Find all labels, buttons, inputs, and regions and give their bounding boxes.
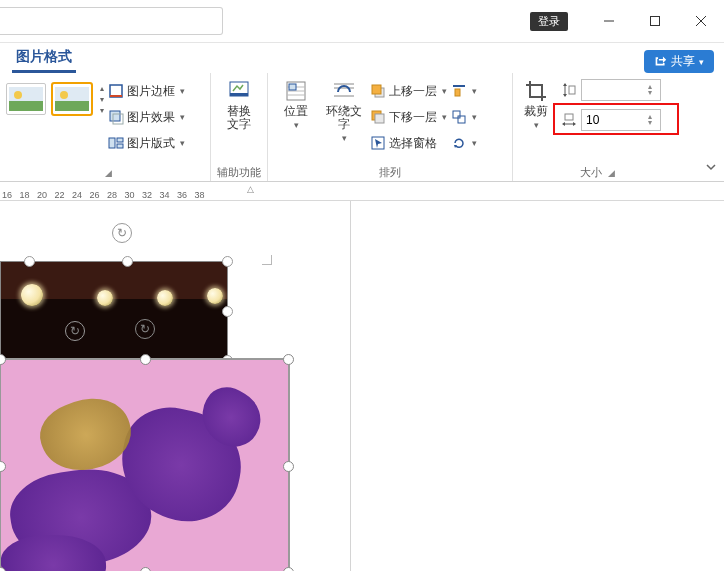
ribbon-tabs: 图片格式 共享 ▾ <box>0 43 724 73</box>
style-gallery-down[interactable]: ▾ <box>100 95 104 104</box>
svg-marker-39 <box>563 83 567 86</box>
svg-rect-23 <box>289 84 296 90</box>
selection-pane-button[interactable]: 选择窗格 <box>370 131 447 155</box>
search-box[interactable] <box>0 7 223 35</box>
svg-rect-35 <box>453 111 460 118</box>
dialog-launcher-icon[interactable]: ◢ <box>105 168 112 178</box>
rotate-icon <box>451 135 467 151</box>
resize-handle[interactable] <box>122 256 133 267</box>
alt-text-icon <box>227 79 251 103</box>
resize-handle[interactable] <box>24 256 35 267</box>
image-1[interactable] <box>0 261 228 361</box>
ruler-marker-icon[interactable]: △ <box>247 184 265 194</box>
svg-rect-15 <box>117 138 123 142</box>
collapse-ribbon-button[interactable] <box>704 160 718 177</box>
close-button[interactable] <box>678 0 724 42</box>
chevron-down-icon: ▾ <box>442 112 447 122</box>
height-input[interactable]: ▴▾ <box>581 79 661 101</box>
svg-marker-40 <box>563 94 567 97</box>
resize-handle[interactable] <box>283 354 294 365</box>
svg-rect-5 <box>9 101 43 111</box>
picture-border-icon <box>108 83 124 99</box>
rotate-button[interactable]: ▾ <box>451 131 477 155</box>
group-label-arrange: 排列 <box>268 163 512 181</box>
group-size: 裁剪 ▾ ▴▾ ▴▾ <box>513 73 681 181</box>
svg-rect-45 <box>565 114 573 120</box>
position-button[interactable]: 位置 ▾ <box>274 77 318 130</box>
selection-border <box>0 358 290 571</box>
resize-handle[interactable] <box>140 354 151 365</box>
group-picture-styles: ▴ ▾ ▾ 图片边框 ▾ 图片效果 ▾ 图片版式 <box>0 73 211 181</box>
chevron-down-icon: ▾ <box>294 120 299 130</box>
bring-forward-button[interactable]: 上移一层 ▾ <box>370 79 447 103</box>
page-margin <box>350 201 351 571</box>
dialog-launcher-icon[interactable]: ◢ <box>608 168 615 178</box>
crop-mark <box>258 251 272 265</box>
resize-handle[interactable] <box>222 256 233 267</box>
svg-rect-36 <box>458 116 465 123</box>
style-gallery-more[interactable]: ▾ <box>100 106 104 115</box>
share-button[interactable]: 共享 ▾ <box>644 50 714 73</box>
rotate-handle-inner[interactable] <box>65 321 85 341</box>
svg-rect-41 <box>569 86 575 94</box>
minimize-button[interactable] <box>586 0 632 42</box>
picture-layout-icon <box>108 135 124 151</box>
svg-point-9 <box>60 91 68 99</box>
chevron-down-icon: ▾ <box>699 57 704 67</box>
svg-marker-44 <box>573 122 576 126</box>
selection-pane-icon <box>370 135 386 151</box>
resize-handle[interactable] <box>283 461 294 472</box>
width-field[interactable] <box>586 113 656 127</box>
rotate-handle[interactable] <box>135 319 155 339</box>
alt-text-button[interactable]: 替换文字 <box>217 77 261 131</box>
chevron-down-icon: ▾ <box>342 133 347 143</box>
resize-handle[interactable] <box>140 567 151 571</box>
height-icon <box>561 82 577 98</box>
group-accessibility: 替换文字 辅助功能 <box>211 73 268 181</box>
group-objects-button[interactable]: ▾ <box>451 105 477 129</box>
rotate-handle[interactable] <box>112 223 132 243</box>
chevron-down-icon: ▾ <box>180 112 185 122</box>
picture-border-label: 图片边框 <box>127 83 175 100</box>
svg-rect-34 <box>455 89 460 96</box>
svg-rect-16 <box>117 144 123 148</box>
horizontal-ruler[interactable]: 16 18 20 22 24 26 28 30 32 34 36 38 △ <box>0 182 724 201</box>
height-field[interactable] <box>586 83 656 97</box>
picture-effects-button[interactable]: 图片效果 ▾ <box>108 105 185 129</box>
tab-picture-format[interactable]: 图片格式 <box>12 44 76 73</box>
svg-marker-32 <box>375 139 382 148</box>
picture-effects-label: 图片效果 <box>127 109 175 126</box>
svg-point-6 <box>14 91 22 99</box>
bring-forward-icon <box>370 83 386 99</box>
picture-layout-label: 图片版式 <box>127 135 175 152</box>
svg-rect-8 <box>55 101 89 111</box>
svg-rect-28 <box>372 85 381 94</box>
svg-rect-11 <box>110 95 122 97</box>
width-input[interactable]: ▴▾ <box>581 109 661 131</box>
image-1-content <box>0 261 228 361</box>
svg-rect-18 <box>230 93 248 96</box>
chevron-down-icon: ▾ <box>472 112 477 122</box>
title-bar: 登录 <box>0 0 724 43</box>
position-icon <box>284 79 308 103</box>
style-thumb-2[interactable] <box>52 83 92 115</box>
svg-rect-30 <box>375 114 384 123</box>
document-canvas[interactable] <box>0 201 724 571</box>
picture-layout-button[interactable]: 图片版式 ▾ <box>108 131 185 155</box>
crop-icon <box>524 79 548 103</box>
image-2-selected[interactable] <box>0 359 289 571</box>
style-gallery-up[interactable]: ▴ <box>100 84 104 93</box>
maximize-button[interactable] <box>632 0 678 42</box>
send-backward-button[interactable]: 下移一层 ▾ <box>370 105 447 129</box>
crop-button[interactable]: 裁剪 ▾ <box>519 77 553 130</box>
resize-handle[interactable] <box>222 306 233 317</box>
resize-handle[interactable] <box>283 567 294 571</box>
picture-border-button[interactable]: 图片边框 ▾ <box>108 79 185 103</box>
wrap-text-icon <box>332 79 356 103</box>
style-thumb-1[interactable] <box>6 83 46 115</box>
wrap-text-button[interactable]: 环绕文字 ▾ <box>322 77 366 143</box>
login-button[interactable]: 登录 <box>530 12 568 31</box>
chevron-down-icon: ▾ <box>534 120 539 130</box>
align-button[interactable]: ▾ <box>451 79 477 103</box>
group-label-accessibility: 辅助功能 <box>211 163 267 181</box>
